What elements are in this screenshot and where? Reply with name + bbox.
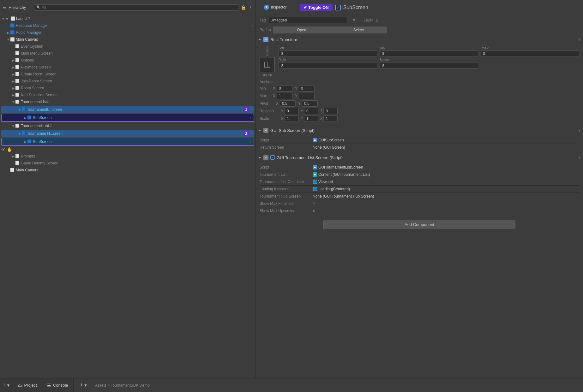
tag-dropdown[interactable]: Untagged [268, 17, 347, 23]
lock-icon[interactable]: 🔒 [241, 5, 246, 10]
min-x-value[interactable]: 0 [277, 85, 292, 92]
hierarchy-item-main-canvas[interactable]: ⬜ Main Canvas [0, 36, 255, 43]
top-field: Top 0 [380, 46, 478, 57]
max-finished-value: 4 [313, 201, 315, 206]
expand-arrow-launch[interactable] [1, 15, 5, 22]
gui-sub-screen-help-icon[interactable]: ? [578, 128, 580, 133]
arrow-playmode-screen[interactable] [11, 64, 15, 71]
hamburger-icon[interactable]: ☰ [3, 5, 7, 10]
rotation-label: Rotation [260, 109, 279, 113]
hierarchy-item-subscreen-1[interactable]: 🟦 SubScreen › [2, 114, 254, 121]
rot-z-value[interactable]: 0 [323, 108, 338, 114]
hierarchy-item-game-dummy-screen[interactable]: ⬜ Game Dummy Screen [0, 160, 255, 167]
hierarchy-item-room-screen[interactable]: ⬜ Room Screen [0, 85, 255, 92]
arrow-main-menu-screen [11, 50, 15, 57]
rot-x-field: X 0 [281, 108, 299, 114]
arrow-subscreen-2[interactable] [23, 138, 27, 145]
cube-icon-event-system: ⬜ [15, 44, 20, 49]
arrow-options[interactable] [11, 57, 15, 64]
scale-x-value[interactable]: 1 [285, 116, 299, 122]
hierarchy-item-create-room-screen[interactable]: ⬜ Create Room Screen [0, 71, 255, 78]
script-value: ■ GUISubScreen [313, 138, 344, 142]
menu-dots-icon[interactable]: ⋮ [249, 5, 253, 10]
arrow-prompts[interactable] [11, 153, 15, 160]
arrow-tournament-hub-screen[interactable] [18, 130, 21, 137]
rect-transform-icon: ⊹ [263, 37, 268, 42]
max-y-value[interactable]: 1 [299, 93, 315, 99]
right-label: Right [279, 58, 377, 62]
script-row-container: Tournament List Container 🔵 Viewport [260, 178, 579, 186]
toggle-on-button[interactable]: ✔ Toggle ON [300, 4, 332, 11]
right-value[interactable]: 0 [279, 62, 377, 68]
label-main-menu-screen: Main Menu Screen [21, 51, 253, 56]
bottom-value[interactable]: 0 [380, 62, 478, 68]
hierarchy-item-tournament-hub-ui[interactable]: ⬜ TournamentHubUI [0, 122, 255, 129]
arrow-main-canvas[interactable] [6, 36, 10, 43]
prefab-select-button[interactable]: Select [330, 27, 387, 33]
hand-icon[interactable]: ✋ [7, 147, 12, 152]
hierarchy-item-audio-manager[interactable]: 🟦 Audio Manager [0, 29, 255, 36]
arrow-audio-manager[interactable] [6, 29, 10, 36]
rot-y-value[interactable]: 0 [304, 108, 318, 114]
checkbox-icon[interactable]: ✔ [335, 5, 341, 10]
tab-console[interactable]: ☰ Console [42, 380, 73, 390]
prefab-row: Prefab Open Select [256, 25, 583, 35]
hierarchy-item-prompts[interactable]: ⬜ Prompts [0, 153, 255, 160]
add-component-button[interactable]: Add Component [323, 220, 515, 229]
arrow-subscreen-1[interactable] [23, 114, 27, 121]
arrow-join-room-screen[interactable] [11, 78, 15, 85]
arrow-create-room-screen[interactable] [11, 71, 15, 78]
left-label: Left [279, 46, 377, 50]
hierarchy-item-playmode-screen[interactable]: ⬜ Playmode Screen [0, 64, 255, 71]
inspector-tab[interactable]: i Inspector [260, 3, 291, 12]
hierarchy-item-main-menu-screen[interactable]: ⬜ Main Menu Screen [0, 50, 255, 57]
add-button-left[interactable]: + ▼ [0, 381, 13, 390]
eye-icon[interactable]: 👁 [1, 147, 6, 152]
rect-transform-help-icon[interactable]: ? [578, 37, 580, 42]
tag-layer-row: Tag Untagged ▼ Layer UI [256, 15, 583, 25]
arrow-tournament-hub-ui[interactable] [11, 122, 15, 129]
hierarchy-item-tournament-list-screen[interactable]: 🟦 TournamentL...creen 1 › [1, 106, 254, 113]
hierarchy-item-subscreen-2[interactable]: 🟦 SubScreen › [2, 138, 254, 145]
posz-value[interactable]: 0 [481, 50, 579, 57]
hierarchy-item-resource-manager[interactable]: 🟦 Resource Manager › [0, 22, 255, 29]
top-value[interactable]: 0 [380, 50, 478, 57]
min-y-value[interactable]: 0 [299, 85, 315, 92]
cube-icon-kart-selection: ⬜ [15, 93, 20, 97]
hierarchy-item-label-launch: Launch* [16, 16, 253, 21]
hierarchy-item-event-system[interactable]: ⬜ EventSystem [0, 43, 255, 50]
gui-tournament-list-section-header[interactable]: ▼ # ✔ GUI Tournament List Screen (Script… [256, 153, 583, 162]
scale-label: Scale [260, 116, 279, 121]
pivot-x-value[interactable]: 0.5 [280, 100, 296, 107]
hierarchy-item-main-camera[interactable]: ⬜ Main Camera [0, 167, 255, 174]
arrow-room-screen[interactable] [11, 85, 15, 92]
badge-2: 2 [243, 130, 249, 137]
hierarchy-item-options[interactable]: ⬜ Options [0, 57, 255, 64]
add-button-bottom[interactable]: + ▼ [77, 381, 90, 390]
max-x-value[interactable]: 1 [277, 93, 292, 99]
visibility-tools: 👁 ✋ [0, 146, 255, 153]
pivot-y-value[interactable]: 0.5 [302, 100, 318, 107]
arrow-tournament-list-ui[interactable] [11, 98, 15, 105]
gui-sub-screen-section-header[interactable]: ▼ # GUI Sub Screen (Script) ? [256, 126, 583, 135]
scale-y-value[interactable]: 1 [304, 116, 318, 122]
max-upcoming-value: 4 [313, 209, 315, 213]
hierarchy-item-kart-selection[interactable]: ⬜ Kart Selection Screen [0, 92, 255, 98]
hierarchy-item-tournament-hub-screen[interactable]: 🟦 Tournamen H...creen 2 › [1, 130, 254, 137]
section-checkbox-gui-tournament[interactable]: ✔ [270, 155, 275, 160]
hierarchy-item-join-room-screen[interactable]: ⬜ Join Room Screen [0, 78, 255, 85]
tab-project[interactable]: 🗂 Project [13, 380, 42, 390]
prefab-open-button[interactable]: Open [273, 27, 330, 33]
arrow-tournament-list-screen[interactable] [18, 106, 21, 113]
left-value[interactable]: 0 [279, 50, 377, 57]
search-input[interactable] [42, 5, 236, 10]
label-room-screen: Room Screen [21, 86, 253, 90]
scale-z-value[interactable]: 1 [323, 116, 338, 122]
rot-x-value[interactable]: 0 [285, 108, 299, 114]
gui-tournament-list-help-icon[interactable]: ? [578, 155, 580, 160]
arrow-kart-selection[interactable] [11, 92, 15, 98]
hierarchy-item-tournament-list-ui[interactable]: ⬜ TournamentListUI [0, 98, 255, 105]
scale-y-label: Y [301, 116, 303, 121]
rect-transform-section-header[interactable]: ▼ ⊹ Rect Transform ? [256, 35, 583, 44]
hierarchy-item-launch[interactable]: ▼ ⬜ Launch* [0, 15, 255, 22]
